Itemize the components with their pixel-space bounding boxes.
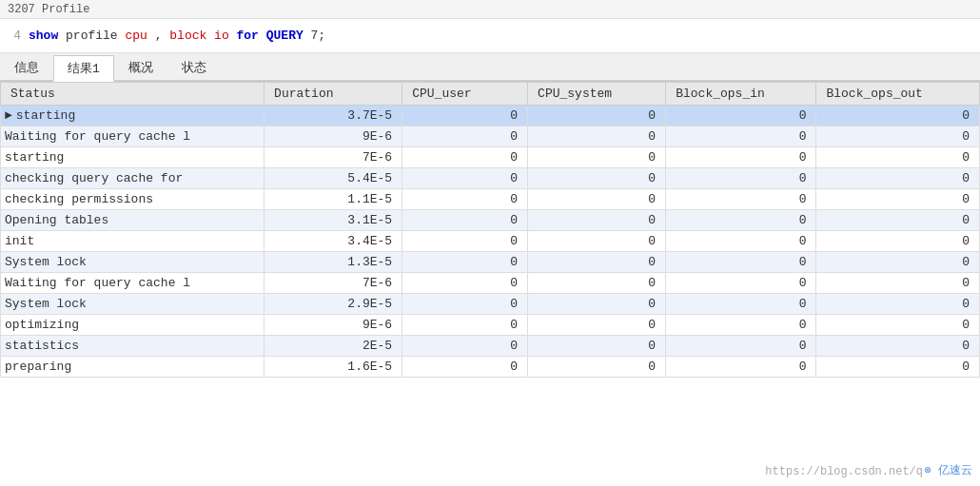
cell-duration: 3.1E-5 (265, 210, 402, 231)
cell-cpu-user: 0 (402, 168, 528, 189)
cell-block-ops-in: 0 (666, 189, 816, 210)
cell-status: Waiting for query cache l (1, 126, 265, 147)
cell-block-ops-in: 0 (666, 357, 816, 378)
cell-cpu-system: 0 (528, 210, 666, 231)
cell-block-ops-out: 0 (816, 294, 980, 315)
cell-block-ops-in: 0 (666, 336, 816, 357)
cell-block-ops-in: 0 (666, 168, 816, 189)
table-row[interactable]: starting7E-60000 (1, 147, 980, 168)
cell-block-ops-out: 0 (816, 106, 980, 126)
top-bar: 3207 Profile (0, 0, 980, 19)
table-row[interactable]: System lock1.3E-50000 (1, 252, 980, 273)
col-cpu-system: CPU_system (528, 83, 666, 106)
cell-duration: 1.3E-5 (265, 252, 402, 273)
tabs-row: 信息 结果1 概况 状态 (0, 53, 980, 82)
cell-cpu-user: 0 (402, 231, 528, 252)
table-wrapper: Status Duration CPU_user CPU_system Bloc… (0, 82, 980, 486)
cell-block-ops-out: 0 (816, 210, 980, 231)
tab-result1[interactable]: 结果1 (53, 55, 114, 82)
cell-duration: 2E-5 (265, 336, 402, 357)
cell-block-ops-in: 0 (666, 106, 816, 126)
cell-duration: 2.9E-5 (265, 294, 402, 315)
table-row[interactable]: Waiting for query cache l7E-60000 (1, 273, 980, 294)
cell-block-ops-out: 0 (816, 252, 980, 273)
table-row[interactable]: Waiting for query cache l9E-60000 (1, 126, 980, 147)
cell-duration: 1.1E-5 (265, 189, 402, 210)
cell-cpu-user: 0 (402, 294, 528, 315)
cell-block-ops-in: 0 (666, 210, 816, 231)
cell-cpu-user: 0 (402, 189, 528, 210)
cell-status: optimizing (1, 315, 265, 336)
table-header-row: Status Duration CPU_user CPU_system Bloc… (1, 83, 980, 106)
cell-block-ops-in: 0 (666, 294, 816, 315)
cell-cpu-user: 0 (402, 210, 528, 231)
table-row[interactable]: optimizing9E-60000 (1, 315, 980, 336)
col-cpu-user: CPU_user (402, 83, 528, 106)
cell-cpu-user: 0 (402, 357, 528, 378)
cell-cpu-system: 0 (528, 273, 666, 294)
cell-duration: 5.4E-5 (265, 168, 402, 189)
tab-status[interactable]: 状态 (167, 53, 221, 80)
cell-cpu-user: 0 (402, 273, 528, 294)
result-table: Status Duration CPU_user CPU_system Bloc… (0, 82, 980, 378)
cell-block-ops-out: 0 (816, 126, 980, 147)
top-bar-title: 3207 Profile (8, 3, 89, 16)
table-row[interactable]: init3.4E-50000 (1, 231, 980, 252)
cell-block-ops-out: 0 (816, 273, 980, 294)
cell-duration: 9E-6 (265, 315, 402, 336)
cell-block-ops-out: 0 (816, 168, 980, 189)
cell-block-ops-in: 0 (666, 231, 816, 252)
cell-duration: 1.6E-5 (265, 357, 402, 378)
watermark-url: https://blog.csdn.net/q (765, 465, 923, 478)
cell-block-ops-in: 0 (666, 252, 816, 273)
cell-duration: 7E-6 (265, 147, 402, 168)
table-row[interactable]: Opening tables3.1E-50000 (1, 210, 980, 231)
cell-status: ►starting (1, 106, 265, 126)
cell-block-ops-out: 0 (816, 189, 980, 210)
cell-cpu-user: 0 (402, 252, 528, 273)
cell-status: statistics (1, 336, 265, 357)
cell-cpu-system: 0 (528, 357, 666, 378)
col-status: Status (1, 83, 265, 106)
cell-status: starting (1, 147, 265, 168)
watermark-brand: ⊗ 亿速云 (925, 462, 972, 478)
table-row[interactable]: checking query cache for5.4E-50000 (1, 168, 980, 189)
table-row[interactable]: checking permissions1.1E-50000 (1, 189, 980, 210)
tab-info[interactable]: 信息 (0, 53, 53, 80)
cell-cpu-system: 0 (528, 252, 666, 273)
code-area: 4 show profile cpu , block io for QUERY … (0, 19, 980, 53)
cell-status: System lock (1, 294, 265, 315)
cell-cpu-system: 0 (528, 106, 666, 126)
cell-status: checking query cache for (1, 168, 265, 189)
col-duration: Duration (265, 83, 402, 106)
cell-block-ops-in: 0 (666, 273, 816, 294)
col-block-ops-out: Block_ops_out (816, 83, 980, 106)
cell-cpu-system: 0 (528, 294, 666, 315)
table-row[interactable]: System lock2.9E-50000 (1, 294, 980, 315)
col-block-ops-in: Block_ops_in (666, 83, 816, 106)
cell-status: init (1, 231, 265, 252)
cell-duration: 9E-6 (265, 126, 402, 147)
cell-cpu-user: 0 (402, 315, 528, 336)
cell-block-ops-in: 0 (666, 315, 816, 336)
cell-cpu-system: 0 (528, 315, 666, 336)
table-row[interactable]: preparing1.6E-50000 (1, 357, 980, 378)
cell-cpu-system: 0 (528, 126, 666, 147)
cell-duration: 3.7E-5 (265, 106, 402, 126)
cell-duration: 3.4E-5 (265, 231, 402, 252)
cell-cpu-system: 0 (528, 189, 666, 210)
table-row[interactable]: ►starting3.7E-50000 (1, 106, 980, 126)
cell-cpu-user: 0 (402, 336, 528, 357)
cell-duration: 7E-6 (265, 273, 402, 294)
cell-block-ops-out: 0 (816, 147, 980, 168)
tab-overview[interactable]: 概况 (114, 53, 167, 80)
cell-block-ops-in: 0 (666, 147, 816, 168)
cell-cpu-user: 0 (402, 106, 528, 126)
cell-status: Waiting for query cache l (1, 273, 265, 294)
cell-block-ops-out: 0 (816, 231, 980, 252)
cell-cpu-system: 0 (528, 147, 666, 168)
cell-cpu-system: 0 (528, 336, 666, 357)
cell-cpu-system: 0 (528, 231, 666, 252)
code-line: show profile cpu , block io for QUERY 7; (29, 29, 325, 43)
table-row[interactable]: statistics2E-50000 (1, 336, 980, 357)
